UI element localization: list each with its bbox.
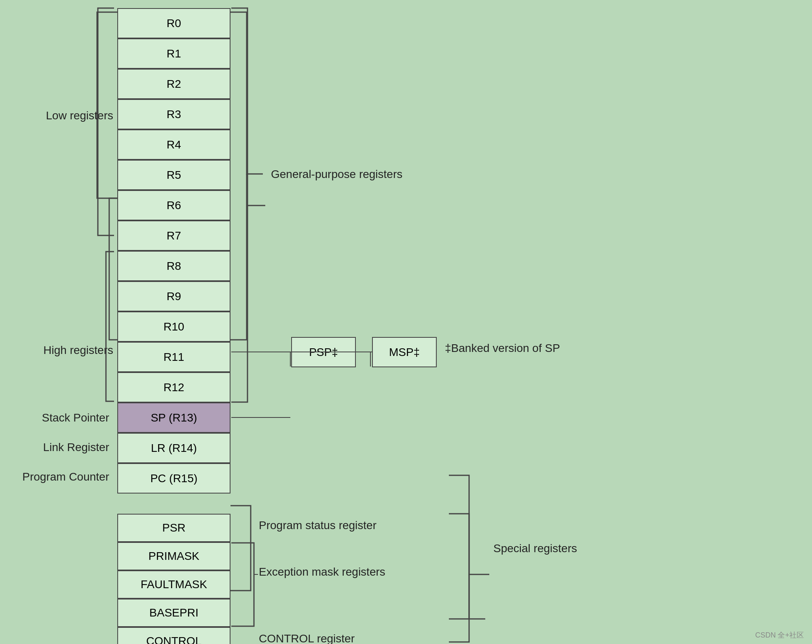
brackets-svg [0,0,812,644]
watermark: CSDN 全+社区 [755,630,804,640]
diagram: R0 R1 R2 R3 R4 R5 R6 R7 R8 R9 R10 R11 R1… [0,0,812,644]
